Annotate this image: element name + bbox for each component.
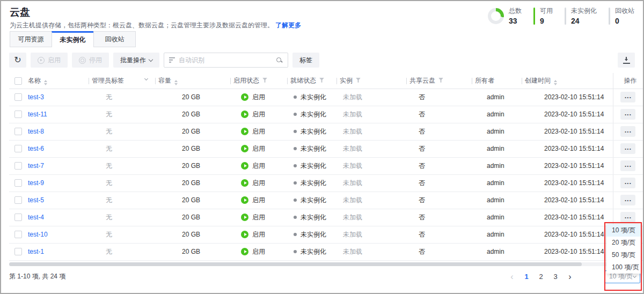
table-row: test-4 无 20 GB 启用 未实例化 未加载 否 admin 2023-… (9, 209, 643, 226)
disk-name-link[interactable]: test-5 (28, 196, 44, 204)
admin-tag-cell: 无 (89, 89, 155, 106)
horizontal-scrollbar-thumb[interactable] (9, 262, 582, 266)
disk-name-link[interactable]: test-11 (28, 111, 47, 118)
table-row: test-10 无 20 GB 启用 未实例化 未加载 否 admin 2023… (9, 226, 643, 243)
row-checkbox[interactable] (14, 93, 22, 101)
page-button-2[interactable]: 2 (537, 273, 545, 281)
ready-status-text: 未实例化 (301, 230, 326, 239)
usage-donut-chart (488, 8, 504, 24)
disk-name-link[interactable]: test-9 (28, 179, 44, 187)
row-checkbox[interactable] (14, 179, 22, 187)
search-box[interactable] (164, 53, 288, 68)
prev-page-button[interactable]: ‹ (508, 273, 516, 281)
refresh-button[interactable]: ↻ (9, 53, 26, 68)
row-actions-button[interactable]: ··· (620, 195, 635, 205)
row-checkbox[interactable] (14, 214, 22, 221)
row-actions-button[interactable]: ··· (620, 126, 635, 137)
page-button-3[interactable]: 3 (552, 273, 559, 281)
select-all-checkbox[interactable] (14, 77, 22, 85)
filter-funnel-icon[interactable] (438, 78, 443, 83)
tab-bar: 可用资源 未实例化 回收站 (1, 31, 643, 47)
disk-name-link[interactable]: test-6 (28, 145, 44, 152)
tab-recycle-bin[interactable]: 回收站 (93, 31, 136, 47)
enable-button[interactable]: 启用 (31, 53, 68, 68)
owner-cell: admin (472, 140, 522, 157)
filter-funnel-icon[interactable] (319, 78, 324, 83)
tag-button[interactable]: 标签 (292, 53, 319, 68)
disk-name-link[interactable]: test-8 (28, 128, 44, 135)
row-actions-button[interactable]: ··· (620, 178, 635, 188)
filter-funnel-icon[interactable] (262, 78, 267, 83)
disk-name-link[interactable]: test-10 (28, 231, 48, 238)
column-header-name[interactable]: 名称 (28, 73, 89, 89)
page-size-option-10[interactable]: 10 项/页 (606, 224, 642, 237)
admin-tag-cell: 无 (89, 106, 155, 123)
column-header-instance[interactable]: 实例 (336, 73, 406, 89)
enable-status-text: 启用 (252, 213, 265, 222)
page-button-1[interactable]: 1 (523, 273, 530, 281)
status-dot-icon (294, 130, 297, 133)
disk-name-link[interactable]: test-7 (28, 162, 44, 170)
column-header-created-time[interactable]: 创建时间 (522, 73, 613, 89)
owner-cell: admin (472, 226, 522, 243)
batch-actions-button[interactable]: 批量操作 (113, 53, 159, 68)
owner-cell: admin (472, 192, 522, 209)
row-actions-button[interactable]: ··· (620, 212, 635, 223)
chevron-down-icon[interactable] (144, 77, 148, 80)
row-checkbox[interactable] (14, 111, 22, 118)
status-dot-icon (294, 250, 297, 253)
row-actions-button[interactable]: ··· (620, 109, 635, 120)
shared-disk-cell: 否 (406, 174, 472, 192)
disk-name-link[interactable]: test-1 (28, 248, 44, 255)
stat-label: 可用 (540, 6, 553, 16)
enable-status-cell: 启用 (230, 174, 287, 192)
filter-funnel-icon[interactable] (356, 78, 361, 83)
instance-cell: 未加载 (336, 157, 406, 174)
created-time-cell: 2023-02-10 15:51:14 (522, 209, 613, 226)
column-header-admin-tag[interactable]: 管理员标签 (89, 73, 155, 89)
row-actions-button[interactable]: ··· (620, 160, 635, 171)
tab-not-instantiated[interactable]: 未实例化 (52, 31, 94, 47)
export-button[interactable] (618, 53, 635, 68)
row-checkbox[interactable] (14, 248, 22, 255)
row-checkbox[interactable] (14, 231, 22, 238)
column-header-enable-status[interactable]: 启用状态 (230, 73, 287, 89)
page-size-option-100[interactable]: 100 项/页 (606, 261, 642, 274)
column-label: 操作 (624, 77, 637, 84)
admin-tag-cell: 无 (89, 123, 155, 140)
page-size-dropdown: 10 项/页 20 项/页 50 项/页 100 项/页 (606, 224, 642, 274)
search-input[interactable] (179, 56, 272, 64)
page-size-option-20[interactable]: 20 项/页 (606, 237, 642, 249)
column-header-capacity[interactable]: 容量 (155, 73, 230, 89)
next-page-button[interactable]: › (566, 273, 574, 281)
column-header-ready-status[interactable]: 就绪状态 (287, 73, 336, 89)
table-row: test-9 无 20 GB 启用 未实例化 未加载 否 admin 2023-… (9, 174, 643, 192)
column-header-shared-disk[interactable]: 共享云盘 (406, 73, 472, 89)
horizontal-scrollbar[interactable] (9, 262, 635, 266)
enable-status-text: 启用 (252, 144, 265, 153)
stat-not-instantiated: 未实例化 24 (565, 6, 597, 25)
chevron-down-icon (149, 57, 153, 61)
row-checkbox[interactable] (14, 145, 22, 152)
disk-name-link[interactable]: test-4 (28, 214, 44, 221)
enable-status-cell: 启用 (230, 192, 287, 209)
learn-more-link[interactable]: 了解更多 (275, 21, 301, 29)
disable-button[interactable]: 停用 (72, 53, 109, 68)
page-size-option-50[interactable]: 50 项/页 (606, 249, 642, 261)
capacity-cell: 20 GB (155, 89, 230, 106)
ready-status-cell: 未实例化 (287, 157, 336, 174)
created-time-cell: 2023-02-10 15:51:14 (522, 106, 613, 123)
disk-name-link[interactable]: test-3 (28, 93, 44, 101)
sort-icon[interactable] (174, 80, 178, 86)
capacity-cell: 20 GB (155, 174, 230, 192)
shared-disk-cell: 否 (406, 243, 472, 260)
row-actions-button[interactable]: ··· (620, 143, 635, 154)
sort-icon[interactable] (554, 80, 557, 86)
search-icon[interactable] (276, 57, 283, 64)
tab-available-resources[interactable]: 可用资源 (10, 31, 52, 47)
row-checkbox[interactable] (14, 196, 22, 204)
sort-icon[interactable] (44, 80, 47, 86)
row-checkbox[interactable] (14, 162, 22, 170)
row-checkbox[interactable] (14, 128, 22, 135)
row-actions-button[interactable]: ··· (620, 92, 635, 102)
